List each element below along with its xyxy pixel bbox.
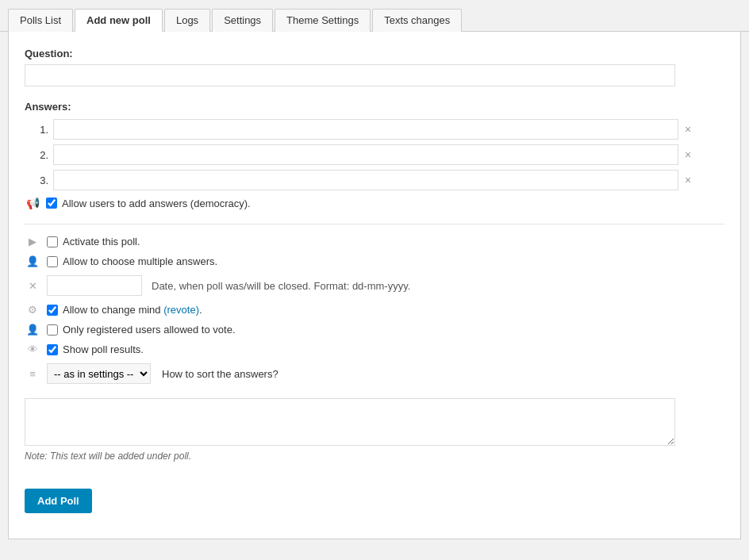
tab-texts-changes[interactable]: Texts changes xyxy=(372,9,462,32)
activate-label[interactable]: Activate this poll. xyxy=(47,236,140,247)
under-poll-textarea[interactable] xyxy=(25,398,675,446)
show-results-icon: 👁 xyxy=(25,343,40,355)
sort-select[interactable]: -- as in settings -- Ascending Descendin… xyxy=(47,363,151,384)
answers-section: Answers: 1. × 2. × 3. × 📢 xyxy=(25,101,724,209)
answer-row-2: 2. × xyxy=(25,144,724,165)
change-mind-row: ⚙ Allow to change mind (revote). xyxy=(25,304,724,316)
show-results-checkbox[interactable] xyxy=(47,344,58,355)
change-mind-label-text: Allow to change mind (revote). xyxy=(63,304,202,316)
answer-number-3: 3. xyxy=(25,175,48,186)
date-hint: Date, when poll was/will be closed. Form… xyxy=(152,280,410,292)
registered-label-text: Only registered users allowed to vote. xyxy=(63,324,236,336)
date-row: ✕ Date, when poll was/will be closed. Fo… xyxy=(25,275,724,296)
answer-row-1: 1. × xyxy=(25,119,724,140)
remove-answer-1[interactable]: × xyxy=(682,124,694,135)
multiple-label-text: Allow to choose multiple answers. xyxy=(63,255,217,267)
options-section: ▶ Activate this poll. 👤 Allow to choose … xyxy=(25,236,724,384)
answer-input-1[interactable] xyxy=(53,119,678,140)
registered-icon: 👤 xyxy=(25,324,40,336)
add-poll-button[interactable]: Add Poll xyxy=(25,489,92,513)
sort-row: ≡ -- as in settings -- Ascending Descend… xyxy=(25,363,724,384)
registered-label[interactable]: Only registered users allowed to vote. xyxy=(47,324,236,336)
tab-theme-settings[interactable]: Theme Settings xyxy=(275,9,371,32)
answers-label: Answers: xyxy=(25,101,724,113)
change-mind-icon: ⚙ xyxy=(25,304,40,316)
tab-logs[interactable]: Logs xyxy=(164,9,210,32)
registered-row: 👤 Only registered users allowed to vote. xyxy=(25,324,724,336)
remove-answer-2[interactable]: × xyxy=(682,149,694,160)
close-date-input[interactable] xyxy=(47,275,142,296)
section-divider xyxy=(25,224,724,224)
tab-settings[interactable]: Settings xyxy=(212,9,273,32)
under-poll-note: Note: This text will be added under poll… xyxy=(25,451,724,462)
question-label: Question: xyxy=(25,48,724,59)
multiple-label[interactable]: Allow to choose multiple answers. xyxy=(47,255,217,267)
activate-label-text: Activate this poll. xyxy=(63,236,140,247)
under-poll-section: Note: This text will be added under poll… xyxy=(25,398,724,462)
activate-checkbox[interactable] xyxy=(47,236,58,247)
registered-checkbox[interactable] xyxy=(47,324,58,336)
remove-answer-3[interactable]: × xyxy=(682,175,694,186)
answer-input-2[interactable] xyxy=(53,144,678,165)
democracy-label[interactable]: Allow users to add answers (democracy). xyxy=(46,198,251,209)
show-results-label-text: Show poll results. xyxy=(63,343,144,355)
sort-icon: ≡ xyxy=(25,368,40,380)
answer-input-3[interactable] xyxy=(53,170,678,190)
multiple-row: 👤 Allow to choose multiple answers. xyxy=(25,255,724,267)
answer-number-2: 2. xyxy=(25,149,48,161)
multiple-icon: 👤 xyxy=(25,255,40,267)
revote-link[interactable]: (revote) xyxy=(163,304,199,316)
show-results-row: 👁 Show poll results. xyxy=(25,343,724,355)
democracy-checkbox[interactable] xyxy=(46,198,57,209)
tab-polls-list[interactable]: Polls List xyxy=(8,9,73,32)
activate-row: ▶ Activate this poll. xyxy=(25,236,724,247)
change-mind-checkbox[interactable] xyxy=(47,305,58,316)
democracy-label-text: Allow users to add answers (democracy). xyxy=(62,198,251,209)
activate-icon: ▶ xyxy=(25,236,40,247)
democracy-icon: 📢 xyxy=(26,197,40,209)
question-input[interactable] xyxy=(25,64,675,86)
change-mind-label[interactable]: Allow to change mind (revote). xyxy=(47,304,202,316)
answer-number-1: 1. xyxy=(25,124,48,136)
multiple-checkbox[interactable] xyxy=(47,256,58,267)
content-area: Question: Answers: 1. × 2. × 3. × xyxy=(8,32,741,539)
sort-hint: How to sort the answers? xyxy=(162,368,278,380)
tab-add-new-poll[interactable]: Add new poll xyxy=(75,9,163,32)
show-results-label[interactable]: Show poll results. xyxy=(47,343,144,355)
democracy-row: 📢 Allow users to add answers (democracy)… xyxy=(25,197,724,209)
answer-row-3: 3. × xyxy=(25,170,724,190)
question-section: Question: xyxy=(25,48,724,86)
tabs-bar: Polls List Add new poll Logs Settings Th… xyxy=(0,0,749,32)
page-wrapper: Polls List Add new poll Logs Settings Th… xyxy=(0,0,749,560)
close-icon: ✕ xyxy=(25,280,40,292)
